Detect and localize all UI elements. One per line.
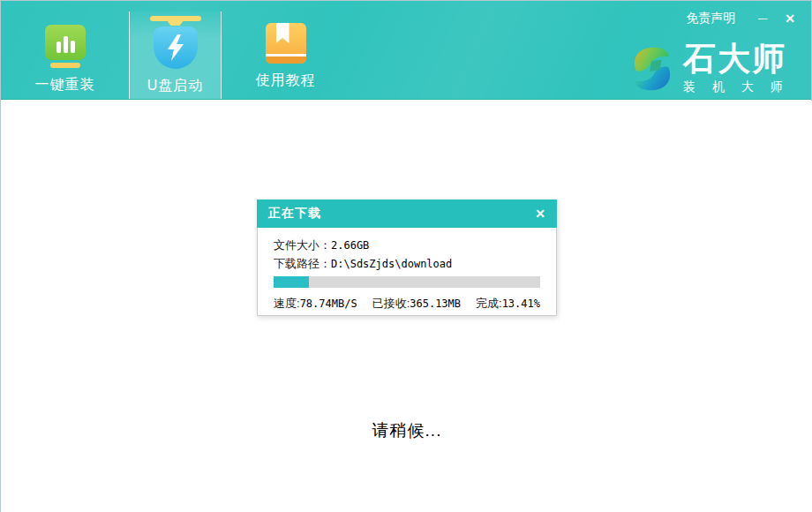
book-icon bbox=[266, 23, 306, 64]
titlebar-controls: 免责声明 ─ ✕ bbox=[686, 11, 795, 26]
tab-label: U盘启动 bbox=[147, 77, 204, 95]
download-path-row: 下载路径：D:\SdsZjds\download bbox=[274, 256, 540, 272]
minimize-button[interactable]: ─ bbox=[758, 11, 767, 26]
app-window: 一键重装 U盘启动 bbox=[0, 0, 812, 512]
dialog-title: 正在下载 bbox=[268, 206, 535, 222]
tab-label: 一键重装 bbox=[35, 76, 95, 94]
logo-subtitle: 装机大师 bbox=[683, 79, 803, 95]
download-dialog: 正在下载 ✕ 文件大小：2.66GB 下载路径：D:\SdsZjds\downl… bbox=[257, 200, 557, 316]
close-button[interactable]: ✕ bbox=[785, 11, 795, 26]
stats-row: 速度:78.74MB/S 已接收:365.13MB 完成:13.41% bbox=[274, 296, 540, 312]
app-header: 一键重装 U盘启动 bbox=[1, 1, 811, 100]
file-size-value: 2.66GB bbox=[331, 239, 369, 252]
speed-stat: 速度:78.74MB/S bbox=[274, 296, 357, 312]
logo-swirl-icon bbox=[629, 44, 675, 94]
dialog-header: 正在下载 ✕ bbox=[257, 200, 557, 228]
progress-bar-track bbox=[274, 276, 540, 288]
progress-bar-fill bbox=[274, 276, 309, 288]
tab-usb-boot[interactable]: U盘启动 bbox=[129, 1, 222, 100]
bar-chart-icon bbox=[45, 25, 86, 68]
download-path-label: 下载路径： bbox=[274, 257, 331, 270]
tab-tutorial[interactable]: 使用教程 bbox=[239, 1, 332, 100]
tab-one-key-reinstall[interactable]: 一键重装 bbox=[19, 1, 111, 100]
content-area: 正在下载 ✕ 文件大小：2.66GB 下载路径：D:\SdsZjds\downl… bbox=[1, 101, 812, 512]
tab-label: 使用教程 bbox=[256, 72, 316, 90]
lightning-bolt-icon bbox=[166, 34, 185, 61]
logo-title: 石大师 bbox=[683, 42, 786, 77]
dialog-body: 文件大小：2.66GB 下载路径：D:\SdsZjds\download 速度:… bbox=[257, 228, 557, 316]
received-stat: 已接收:365.13MB bbox=[372, 296, 461, 312]
disclaimer-link[interactable]: 免责声明 bbox=[686, 11, 735, 26]
brand-logo: 石大师 装机大师 bbox=[629, 42, 786, 95]
completed-stat: 完成:13.41% bbox=[476, 296, 540, 312]
usb-shield-icon bbox=[147, 16, 204, 69]
waiting-text: 请稍候... bbox=[1, 419, 812, 442]
file-size-row: 文件大小：2.66GB bbox=[274, 237, 540, 253]
file-size-label: 文件大小： bbox=[274, 238, 331, 252]
bookmark-icon bbox=[276, 23, 289, 43]
download-path-value: D:\SdsZjds\download bbox=[331, 258, 452, 270]
dialog-close-icon[interactable]: ✕ bbox=[535, 207, 545, 221]
